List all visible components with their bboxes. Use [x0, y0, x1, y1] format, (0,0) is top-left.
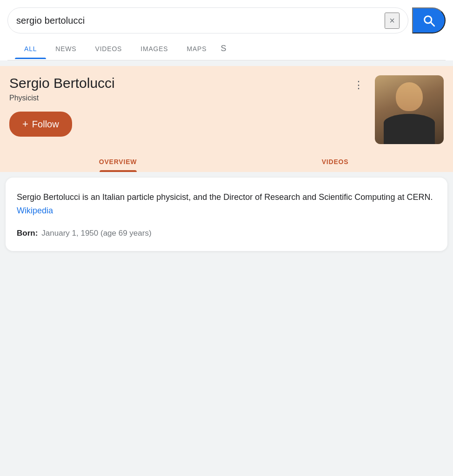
- follow-label: Follow: [32, 119, 59, 130]
- kp-person-photo: [375, 75, 444, 144]
- kp-name: Sergio Bertolucci: [9, 75, 350, 91]
- tab-videos[interactable]: VIDEOS: [86, 39, 132, 59]
- follow-plus-icon: +: [22, 118, 28, 130]
- born-row: Born: January 1, 1950 (age 69 years): [17, 229, 436, 238]
- kp-more-button[interactable]: ⋮: [350, 77, 367, 93]
- born-value: January 1, 1950 (age 69 years): [41, 229, 151, 238]
- kp-info: Sergio Bertolucci Physicist + Follow: [9, 75, 350, 137]
- kp-tab-overview[interactable]: OVERVIEW: [9, 152, 226, 172]
- kp-type: Physicist: [9, 94, 350, 102]
- search-icon: [422, 14, 435, 27]
- search-input-wrapper: sergio bertolucci ×: [7, 7, 408, 33]
- born-label: Born:: [17, 229, 38, 238]
- search-bar-container: sergio bertolucci ×: [7, 7, 446, 33]
- search-bar-area: sergio bertolucci × ALL NEWS VIDEOS IMAG…: [0, 0, 453, 60]
- tab-all[interactable]: ALL: [15, 39, 46, 59]
- info-description-text: Sergio Bertolucci is an Italian particle…: [17, 192, 433, 202]
- tab-news[interactable]: NEWS: [46, 39, 86, 59]
- svg-line-1: [431, 22, 434, 26]
- kp-header: Sergio Bertolucci Physicist + Follow ⋮: [9, 75, 444, 144]
- search-clear-button[interactable]: ×: [385, 13, 400, 29]
- kp-tab-videos[interactable]: VIDEOS: [226, 152, 444, 172]
- search-tabs: ALL NEWS VIDEOS IMAGES MAPS S: [7, 37, 446, 60]
- wikipedia-link[interactable]: Wikipedia: [17, 206, 53, 215]
- info-description: Sergio Bertolucci is an Italian particle…: [17, 191, 436, 218]
- kp-image-container: [375, 75, 444, 144]
- kp-tabs: OVERVIEW VIDEOS: [9, 152, 444, 172]
- follow-button[interactable]: + Follow: [9, 112, 72, 137]
- search-query-text: sergio bertolucci: [16, 15, 385, 26]
- knowledge-panel: Sergio Bertolucci Physicist + Follow ⋮ O…: [0, 66, 453, 172]
- info-card: Sergio Bertolucci is an Italian particle…: [6, 178, 447, 251]
- tab-maps[interactable]: MAPS: [178, 39, 216, 59]
- tab-images[interactable]: IMAGES: [131, 39, 177, 59]
- search-submit-button[interactable]: [412, 7, 446, 33]
- tab-more-indicator: S: [216, 37, 231, 60]
